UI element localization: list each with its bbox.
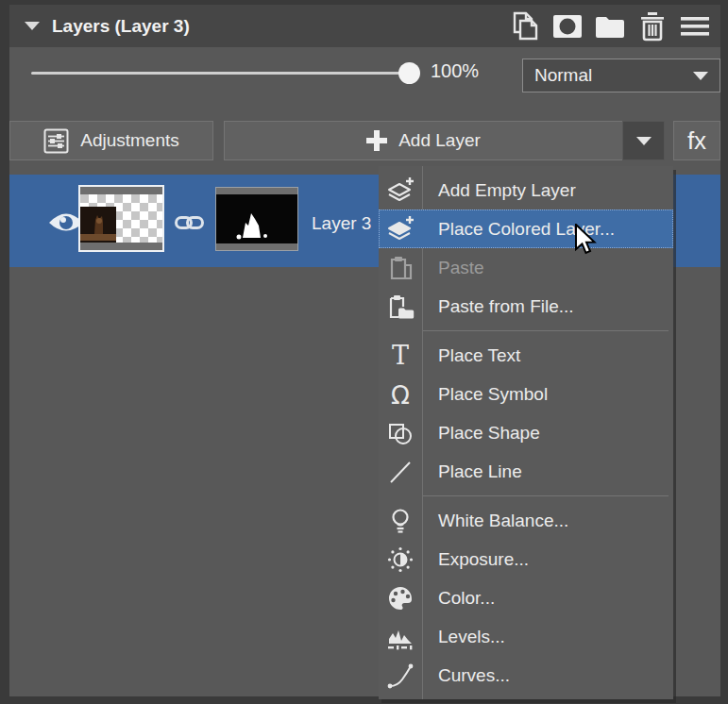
menu-item-label: Curves... [422, 665, 510, 686]
layer-name: Layer 3 [312, 213, 371, 234]
menu-item-curves[interactable]: Curves... [379, 656, 673, 695]
place-colored-layer-icon [379, 215, 422, 243]
menu-item-label: Exposure... [422, 549, 529, 570]
adjustments-icon [43, 128, 69, 154]
levels-icon [379, 623, 422, 651]
panel-title: Layers (Layer 3) [52, 16, 190, 37]
svg-text:T: T [392, 342, 409, 370]
menu-item-place-colored-layer[interactable]: Place Colored Layer... [379, 210, 673, 248]
layers-panel: Layers (Layer 3) [9, 5, 720, 696]
menu-item-place-shape[interactable]: Place Shape [379, 413, 673, 452]
svg-text:Ω: Ω [391, 381, 410, 409]
blend-mode-select[interactable]: Normal [522, 59, 720, 92]
fx-label: fx [687, 126, 706, 156]
menu-item-label: White Balance... [422, 511, 568, 531]
new-group-icon [595, 14, 625, 39]
chevron-down-icon [636, 137, 652, 145]
add-layer-menu: Add Empty Layer Place Colored Layer... [379, 166, 673, 699]
layer-mask-button[interactable] [551, 10, 584, 42]
collapse-caret-icon[interactable] [25, 22, 40, 30]
menu-item-place-line[interactable]: Place Line [379, 452, 673, 491]
paste-icon [379, 254, 422, 282]
duplicate-layer-icon [511, 11, 539, 42]
menu-item-paste[interactable]: Paste [379, 248, 673, 287]
layer-mask-thumbnail[interactable] [215, 187, 298, 251]
layer-mask-icon [552, 14, 583, 39]
adjustments-button[interactable]: Adjustments [9, 121, 213, 160]
mouse-cursor [574, 224, 599, 258]
panel-menu-icon [681, 15, 709, 38]
add-empty-layer-icon [379, 176, 422, 205]
paste-from-file-icon [379, 293, 422, 321]
opacity-slider-track[interactable] [31, 72, 412, 75]
menu-separator [422, 495, 669, 496]
place-line-icon [379, 458, 422, 486]
layer-thumbnail[interactable] [78, 185, 164, 252]
menu-item-white-balance[interactable]: White Balance... [379, 501, 673, 540]
menu-item-add-empty-layer[interactable]: Add Empty Layer [379, 171, 673, 210]
color-icon [379, 584, 422, 612]
place-shape-icon [379, 419, 422, 447]
mask-preview [216, 194, 297, 243]
fx-button[interactable]: fx [673, 121, 720, 160]
menu-item-label: Color... [422, 588, 495, 609]
menu-item-label: Paste from File... [422, 296, 574, 317]
panel-header: Layers (Layer 3) [9, 5, 720, 47]
chevron-down-icon [693, 72, 708, 80]
white-balance-icon [379, 507, 422, 535]
menu-separator [422, 330, 669, 331]
menu-item-label: Place Symbol [422, 384, 548, 405]
menu-item-place-text[interactable]: T Place Text [379, 336, 673, 375]
menu-item-label: Place Shape [422, 423, 540, 444]
menu-item-paste-from-file[interactable]: Paste from File... [379, 287, 673, 326]
duplicate-layer-button[interactable] [509, 10, 541, 42]
menu-item-levels[interactable]: Levels... [379, 617, 673, 656]
add-layer-label: Add Layer [398, 130, 481, 151]
place-text-icon: T [379, 342, 422, 370]
menu-item-label: Place Line [422, 461, 522, 482]
delete-layer-button[interactable] [636, 10, 669, 42]
delete-layer-icon [639, 11, 666, 42]
opacity-slider-handle[interactable] [398, 62, 420, 84]
menu-item-exposure[interactable]: Exposure... [379, 540, 673, 578]
menu-item-label: Add Empty Layer [422, 180, 576, 201]
blend-mode-value: Normal [534, 65, 592, 86]
add-layer-dropdown-button[interactable] [622, 121, 665, 160]
place-symbol-icon: Ω [379, 380, 422, 409]
curves-icon [379, 662, 422, 690]
opacity-value: 100% [431, 60, 479, 82]
new-group-button[interactable] [594, 10, 626, 42]
panel-menu-button[interactable] [679, 10, 711, 42]
adjustments-label: Adjustments [80, 130, 179, 151]
plus-icon [366, 130, 387, 151]
link-mask-icon[interactable] [175, 212, 204, 233]
menu-item-label: Place Text [422, 345, 520, 366]
layer-photo-preview [80, 207, 116, 243]
exposure-icon [379, 545, 422, 574]
add-layer-button[interactable]: Add Layer [224, 121, 622, 160]
menu-item-place-symbol[interactable]: Ω Place Symbol [379, 375, 673, 413]
menu-item-color[interactable]: Color... [379, 578, 673, 617]
menu-item-label: Levels... [422, 627, 505, 647]
menu-item-label: Paste [422, 258, 484, 278]
